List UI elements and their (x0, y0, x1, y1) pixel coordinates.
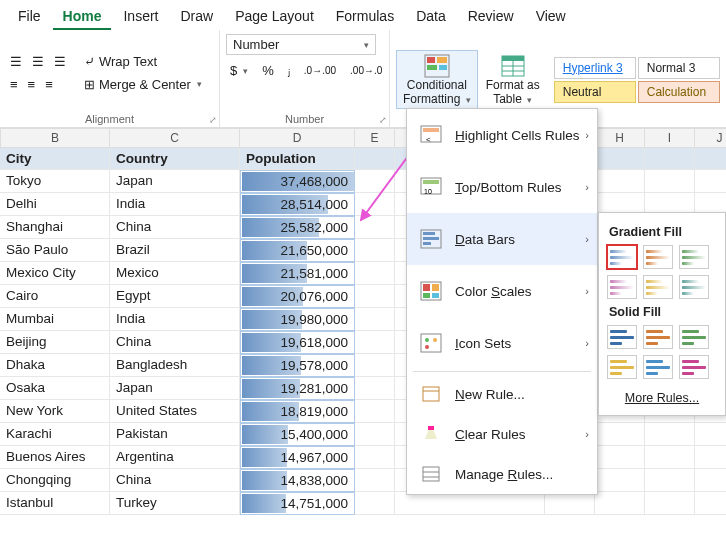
cell[interactable]: 20,076,000 (240, 285, 355, 308)
tab-formulas[interactable]: Formulas (326, 4, 404, 30)
cell[interactable]: Argentina (110, 446, 240, 469)
cell[interactable] (595, 170, 645, 193)
cell[interactable]: India (110, 193, 240, 216)
style-calculation[interactable]: Calculation (638, 81, 720, 103)
cell[interactable]: 25,582,000 (240, 216, 355, 239)
cell[interactable]: Tokyo (0, 170, 110, 193)
header-cell[interactable] (645, 148, 695, 170)
tab-view[interactable]: View (526, 4, 576, 30)
solid-databar-swatch[interactable] (607, 355, 637, 379)
menu-clear[interactable]: Clear Rules› (407, 414, 597, 454)
cell[interactable] (355, 308, 395, 331)
solid-databar-swatch[interactable] (643, 325, 673, 349)
style-neutral[interactable]: Neutral (554, 81, 636, 103)
cell[interactable]: Beijing (0, 331, 110, 354)
tab-data[interactable]: Data (406, 4, 456, 30)
menu-databars[interactable]: Data Bars› (407, 213, 597, 265)
cell[interactable]: Mumbai (0, 308, 110, 331)
wrap-text-button[interactable]: ⤶ Wrap Text (80, 52, 206, 71)
conditional-formatting-button[interactable]: Conditional Formatting ▾ (396, 50, 478, 108)
cell[interactable]: Buenos Aires (0, 446, 110, 469)
cell[interactable]: Mexico City (0, 262, 110, 285)
cell[interactable]: 37,468,000 (240, 170, 355, 193)
cell[interactable] (355, 469, 395, 492)
alignment-dialog-launcher[interactable]: ⤢ (209, 115, 217, 125)
header-cell[interactable]: City (0, 148, 110, 170)
cell[interactable] (545, 492, 595, 515)
cell[interactable] (395, 492, 545, 515)
cell[interactable]: 19,980,000 (240, 308, 355, 331)
cell[interactable] (355, 377, 395, 400)
menu-topbottom[interactable]: 10Top/Bottom Rules› (407, 161, 597, 213)
cell[interactable] (645, 170, 695, 193)
solid-databar-swatch[interactable] (679, 355, 709, 379)
cell[interactable]: 21,650,000 (240, 239, 355, 262)
cell[interactable]: Cairo (0, 285, 110, 308)
tab-review[interactable]: Review (458, 4, 524, 30)
solid-databar-swatch[interactable] (643, 355, 673, 379)
cell[interactable]: Turkey (110, 492, 240, 515)
tab-file[interactable]: File (8, 4, 51, 30)
solid-databar-swatch[interactable] (607, 325, 637, 349)
cell[interactable]: Bangladesh (110, 354, 240, 377)
col-head-I[interactable]: I (645, 128, 695, 148)
cell[interactable] (595, 492, 645, 515)
header-cell[interactable] (695, 148, 726, 170)
cell[interactable] (645, 469, 695, 492)
menu-highlight[interactable]: <Highlight Cells Rules› (407, 109, 597, 161)
menu-colorscales[interactable]: Color Scales› (407, 265, 597, 317)
cell[interactable] (355, 193, 395, 216)
more-rules-link[interactable]: More Rules... (607, 385, 717, 407)
cell[interactable] (645, 492, 695, 515)
cell[interactable]: Brazil (110, 239, 240, 262)
cell[interactable]: China (110, 331, 240, 354)
cell[interactable]: Japan (110, 377, 240, 400)
tab-draw[interactable]: Draw (170, 4, 223, 30)
cell[interactable] (355, 285, 395, 308)
cell[interactable]: 28,514,000 (240, 193, 355, 216)
cell[interactable]: Karachi (0, 423, 110, 446)
gradient-databar-swatch[interactable] (643, 245, 673, 269)
cell[interactable] (355, 239, 395, 262)
align-center-icon[interactable]: ≡ (24, 75, 40, 94)
cell[interactable] (355, 446, 395, 469)
cell[interactable]: 14,838,000 (240, 469, 355, 492)
cell[interactable]: 18,819,000 (240, 400, 355, 423)
tab-insert[interactable]: Insert (113, 4, 168, 30)
style-hyperlink3[interactable]: Hyperlink 3 (554, 57, 636, 79)
cell[interactable]: Egypt (110, 285, 240, 308)
cell[interactable] (355, 354, 395, 377)
style-normal3[interactable]: Normal 3 (638, 57, 720, 79)
tab-page-layout[interactable]: Page Layout (225, 4, 324, 30)
gradient-databar-swatch[interactable] (607, 245, 637, 269)
cell[interactable]: 19,618,000 (240, 331, 355, 354)
cell[interactable]: United States (110, 400, 240, 423)
col-head-J[interactable]: J (695, 128, 726, 148)
align-top-icon[interactable]: ☰ (6, 52, 26, 71)
cell[interactable]: Chongqing (0, 469, 110, 492)
cell[interactable] (355, 170, 395, 193)
cell[interactable]: Osaka (0, 377, 110, 400)
cell[interactable]: Japan (110, 170, 240, 193)
cell[interactable] (645, 446, 695, 469)
cell[interactable]: Delhi (0, 193, 110, 216)
cell[interactable]: New York (0, 400, 110, 423)
decrease-decimal-button[interactable]: .00→.0 (346, 61, 386, 80)
increase-decimal-button[interactable]: .0→.00 (300, 61, 340, 80)
cell[interactable]: China (110, 469, 240, 492)
cell[interactable]: Istanbul (0, 492, 110, 515)
header-cell[interactable]: Country (110, 148, 240, 170)
cell[interactable] (595, 446, 645, 469)
cell[interactable] (355, 492, 395, 515)
cell[interactable] (695, 446, 726, 469)
col-head-B[interactable]: B (0, 128, 110, 148)
cell[interactable]: India (110, 308, 240, 331)
cell[interactable] (595, 423, 645, 446)
cell[interactable] (695, 469, 726, 492)
cell[interactable]: 15,400,000 (240, 423, 355, 446)
cell[interactable] (695, 170, 726, 193)
menu-manage[interactable]: Manage Rules... (407, 454, 597, 494)
merge-center-button[interactable]: ⊞ Merge & Center ▾ (80, 75, 206, 94)
align-middle-icon[interactable]: ☰ (28, 52, 48, 71)
cell[interactable]: Shanghai (0, 216, 110, 239)
